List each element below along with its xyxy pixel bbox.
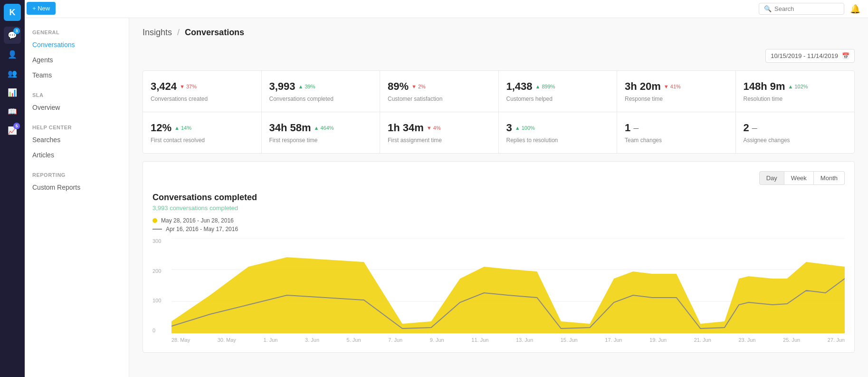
stat-card-1: 3,993 ▲ 39% Conversations completed [262,71,381,112]
nav-item-overview[interactable]: Overview [25,100,129,115]
stat-value: 3 ▲ 100% [506,122,610,134]
stat-label: Replies to resolution [506,137,610,144]
breadcrumb-current: Conversations [185,28,244,37]
stat-label: Conversations created [151,96,254,102]
y-label: 100 [153,298,168,303]
stat-label: First contact resolved [151,137,254,144]
nav-item-conversations[interactable]: Conversations [25,37,129,52]
stat-label: First response time [269,137,372,144]
date-picker-row: 10/15/2019 - 11/14/2019 📅 [143,49,855,63]
x-label: 17. Jun [605,337,622,343]
stat-card-2: 89% ▼ 2% Customer satisfaction [380,71,499,112]
nav-icon-team[interactable]: 👥 [4,65,21,82]
stat-card-0: 3,424 ▼ 37% Conversations created [143,71,262,112]
legend-line-icon [153,229,162,230]
stat-label: Response time [625,96,728,102]
legend-dot-icon [153,218,157,223]
app-logo: K [4,4,21,21]
date-range-value: 10/15/2019 - 11/14/2019 [771,52,838,59]
chart-title: Conversations completed [153,193,845,203]
stat-label: Conversations completed [269,96,372,102]
stat-value: 148h 9m ▲ 102% [744,80,847,93]
y-label: 300 [153,238,168,244]
stat-value: 1 — [625,122,728,134]
stat-label: Assignee changes [744,137,847,144]
stats-grid: 3,424 ▼ 37% Conversations created 3,993 … [143,70,855,154]
stat-badge: ▲ 464% [314,125,334,131]
stat-card-3: 1,438 ▲ 899% Customers helped [499,71,618,112]
sla-section-label: SLA [25,88,129,100]
stat-card-5: 148h 9m ▲ 102% Resolution time [736,71,855,112]
stat-label: First assignment time [388,137,491,144]
stat-value: 1h 34m ▼ 4% [388,122,491,134]
nav-icon-book[interactable]: 📖 [4,103,21,120]
chart-time-btn-week[interactable]: Week [784,171,814,185]
x-label: 27. Jun [828,337,845,343]
stat-label: Customer satisfaction [388,96,491,102]
x-label: 19. Jun [649,337,667,343]
search-icon: 🔍 [764,5,772,12]
reporting-section-label: REPORTING [25,168,129,180]
x-label: 25. Jun [783,337,800,343]
stat-badge: ▲ 100% [515,125,535,131]
stat-badge: ▲ 899% [535,84,555,89]
x-label: 11. Jun [471,337,488,343]
new-button[interactable]: + New [27,2,56,15]
stat-value: 1,438 ▲ 899% [506,80,610,93]
nav-icon-chart[interactable]: 📊 [4,84,21,101]
breadcrumb: Insights / Conversations [143,28,855,38]
chart-time-btn-day[interactable]: Day [759,171,784,185]
stat-badge: ▼ 41% [664,84,681,89]
stat-value: 12% ▲ 14% [151,122,254,134]
nav-item-teams[interactable]: Teams [25,68,129,83]
search-input[interactable] [774,5,839,12]
nav-item-searches[interactable]: Searches [25,132,129,147]
stat-badge: ▼ 4% [427,125,441,131]
general-section-label: GENERAL [25,26,129,37]
breadcrumb-separator: / [177,28,180,37]
stat-badge: ▼ 2% [411,84,426,89]
x-label: 7. Jun [388,337,402,343]
stat-badge: — [752,125,757,131]
nav-item-articles[interactable]: Articles [25,147,129,163]
stat-card-11: 2 — Assignee changes [736,112,855,153]
y-axis-labels: 3002001000 [153,238,168,333]
stat-badge: ▲ 39% [298,84,315,89]
x-label: 9. Jun [430,337,444,343]
notification-bell-icon[interactable]: 🔔 [850,4,860,14]
chart-toolbar: DayWeekMonth [153,171,845,185]
chart-legend: May 28, 2016 - Jun 28, 2016Apr 16, 2016 … [153,217,845,232]
nav-icon-contact[interactable]: 👤 [4,46,21,63]
stat-card-4: 3h 20m ▼ 41% Response time [617,71,736,112]
new-button-label: + New [32,5,50,12]
nav-icon-chat[interactable]: 💬 3 [4,27,21,44]
icon-sidebar: K 💬 3 👤 👥 📊 📖 📈 5 [0,0,25,377]
chart-time-btn-month[interactable]: Month [814,171,845,185]
stat-card-8: 1h 34m ▼ 4% First assignment time [380,112,499,153]
legend-item-0: May 28, 2016 - Jun 28, 2016 [153,217,845,224]
top-bar: + New 🔍 🔔 [25,0,868,18]
stat-card-6: 12% ▲ 14% First contact resolved [143,112,262,153]
date-picker[interactable]: 10/15/2019 - 11/14/2019 📅 [765,49,855,63]
chart-svg [172,238,845,333]
stat-card-7: 34h 58m ▲ 464% First response time [262,112,381,153]
team-icon: 👥 [8,69,17,78]
nav-sidebar: GENERAL Conversations Agents Teams SLA O… [25,18,129,377]
nav-item-custom-reports[interactable]: Custom Reports [25,180,129,195]
help-center-section-label: HELP CENTER [25,121,129,132]
reports-badge: 5 [13,123,20,129]
chat-badge: 3 [13,28,20,34]
search-box[interactable]: 🔍 [759,3,844,15]
breadcrumb-parent: Insights [143,28,172,37]
book-icon: 📖 [8,107,17,116]
nav-icon-reports[interactable]: 📈 5 [4,122,21,139]
y-label: 0 [153,328,168,333]
x-axis-labels: 28. May30. May1. Jun3. Jun5. Jun7. Jun9.… [172,337,845,343]
nav-item-agents[interactable]: Agents [25,52,129,68]
stat-value: 2 — [744,122,847,134]
chart-icon: 📊 [8,88,17,97]
legend-item-1: Apr 16, 2016 - May 17, 2016 [153,226,845,232]
stat-badge: ▲ 102% [788,84,808,89]
stat-badge: ▲ 14% [174,125,191,131]
x-label: 30. May [218,337,236,343]
